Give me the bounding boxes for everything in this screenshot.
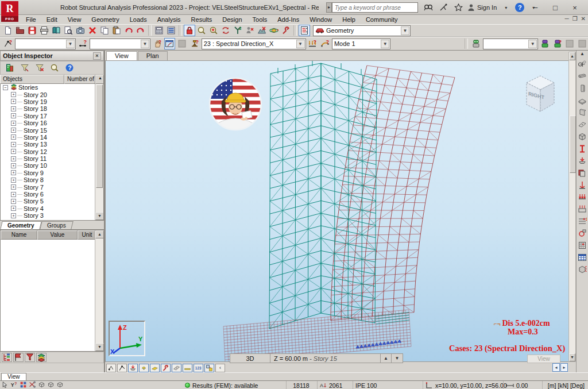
divide-bars-icon[interactable]: 2: [232, 25, 243, 36]
number-column-header[interactable]: Number of ...: [64, 75, 95, 84]
tree-node-story-13[interactable]: +—Story 13: [1, 141, 95, 148]
communication-center-icon[interactable]: [438, 2, 449, 13]
expand-icon[interactable]: +: [11, 199, 16, 204]
tree-node-story-7[interactable]: +—Story 7: [1, 183, 95, 190]
help-icon[interactable]: ?: [515, 3, 524, 12]
results-tables-icon[interactable]: [165, 25, 177, 36]
inspector-flag-icon[interactable]: [13, 353, 24, 362]
panel-close-icon[interactable]: ×: [93, 52, 101, 60]
expand-icon[interactable]: +: [11, 99, 16, 104]
strip-page-right-icon[interactable]: ▸: [560, 363, 568, 372]
level-down-icon[interactable]: ▼: [392, 354, 403, 363]
paste-icon[interactable]: [111, 25, 122, 36]
undo-icon[interactable]: [123, 25, 134, 36]
tree-node-story-16[interactable]: +—Story 16: [1, 120, 95, 126]
inspector-tab-groups[interactable]: Groups: [40, 221, 73, 229]
inspector-tree-view-icon[interactable]: [2, 353, 12, 362]
level-label[interactable]: Z = 60.00 m - Story 15: [270, 354, 381, 363]
wall-icon[interactable]: [577, 106, 588, 118]
new-icon[interactable]: [2, 25, 14, 36]
view-mode-label[interactable]: 3D: [230, 354, 270, 363]
tree-node-story-11[interactable]: +—Story 11: [1, 155, 95, 162]
property-value-header[interactable]: Value: [37, 230, 78, 240]
viewport-tab-plan[interactable]: Plan: [138, 51, 168, 60]
tree-node-story-9[interactable]: +—Story 9: [1, 170, 95, 176]
polyline-icon[interactable]: [577, 227, 588, 239]
expand-icon[interactable]: +: [11, 156, 16, 161]
tree-node-story-10[interactable]: +—Story 10: [1, 162, 95, 169]
expand-icon[interactable]: +: [11, 134, 16, 140]
story-add-icon[interactable]: +1: [577, 215, 588, 227]
structural-axis-icon[interactable]: [577, 239, 588, 251]
scroll-up-icon[interactable]: ▲: [95, 75, 104, 84]
solid-icon[interactable]: [577, 130, 588, 142]
favorites-star-icon[interactable]: [452, 2, 464, 13]
viewport-scrollbar[interactable]: ▲ ▼: [568, 52, 576, 362]
sb-cube2-icon[interactable]: [47, 381, 55, 389]
property-name-header[interactable]: Name: [1, 230, 37, 240]
expand-icon[interactable]: +: [11, 206, 16, 211]
chevron-down-icon[interactable]: ▼: [528, 40, 537, 48]
slab-load-icon[interactable]: [577, 203, 588, 215]
strip-panel-icon[interactable]: [172, 364, 181, 372]
chevron-down-icon[interactable]: ▼: [66, 40, 75, 48]
close-button[interactable]: ×: [565, 0, 585, 15]
sb-view-def-icon[interactable]: Y?: [10, 381, 18, 389]
tree-node-story-4[interactable]: +—Story 4: [1, 205, 95, 212]
mdi-window-controls[interactable]: ─❐✕: [565, 16, 586, 22]
expand-icon[interactable]: +: [11, 142, 16, 147]
strip-link-icon[interactable]: [204, 364, 214, 372]
tree-node-story-17[interactable]: +—Story 17: [1, 113, 95, 120]
viewport-scroll-down-icon[interactable]: ▼: [569, 353, 575, 361]
results-lock-icon[interactable]: [184, 25, 195, 36]
menu-results[interactable]: Results: [186, 15, 218, 24]
menu-window[interactable]: Window: [304, 15, 337, 24]
menu-loads[interactable]: Loads: [125, 15, 152, 24]
inspector-layers-icon[interactable]: [36, 353, 47, 362]
strip-node2-icon[interactable]: [117, 364, 127, 372]
expand-icon[interactable]: +: [11, 192, 16, 197]
screen-capture-icon[interactable]: [75, 25, 86, 36]
design-disabled-icon[interactable]: [564, 38, 576, 49]
level-up-icon[interactable]: ▲: [381, 354, 392, 363]
inspector-filter-building-icon[interactable]: [4, 62, 16, 74]
viewport-scroll-up-icon[interactable]: ▲: [569, 52, 575, 60]
node-load-icon[interactable]: [577, 179, 588, 191]
strip-support-icon[interactable]: [128, 364, 138, 372]
strip-beam-icon[interactable]: [183, 364, 192, 372]
chevron-down-icon[interactable]: ▼: [381, 40, 389, 48]
objects-column-header[interactable]: Objects: [0, 75, 64, 84]
support-icon[interactable]: [577, 155, 588, 167]
tree-node-story-3[interactable]: +—Story 3: [1, 212, 95, 219]
design-combobox[interactable]: ▼: [483, 38, 538, 49]
bar-selection-icon[interactable]: ?: [77, 38, 88, 49]
tree-node-story-12[interactable]: +—Story 12: [1, 148, 95, 155]
dynamic-view-icon[interactable]: [268, 25, 280, 36]
bar-load-icon[interactable]: [577, 191, 588, 203]
redo-icon[interactable]: [135, 25, 146, 36]
property-scroll-up-icon[interactable]: ▲: [95, 230, 104, 238]
robot-design-icon[interactable]: [539, 38, 551, 49]
strip-scroll-left-icon[interactable]: ‹: [215, 364, 225, 372]
slab-icon[interactable]: [577, 94, 588, 106]
sign-in-button[interactable]: Sign In: [467, 3, 497, 11]
tree-node-story-19[interactable]: +—Story 19: [1, 98, 95, 105]
model-canvas[interactable]: RIGHT Z Y X ⌐¬ Dis 5.e-002cm Max=0.3 Cas…: [105, 61, 576, 362]
tree-scrollbar[interactable]: ▼: [95, 84, 103, 220]
column-icon[interactable]: [577, 82, 588, 94]
expand-icon[interactable]: +: [11, 121, 16, 126]
tree-node-story-6[interactable]: +—Story 6: [1, 191, 95, 198]
inspector-tab-geometry[interactable]: Geometry: [0, 221, 41, 229]
tree-node-story-20[interactable]: +—Story 20: [1, 91, 95, 98]
tree-node-story-15[interactable]: +—Story 15: [1, 126, 95, 133]
layout-tab-view[interactable]: View: [1, 373, 26, 380]
calculations-icon[interactable]: [153, 25, 165, 36]
collapse-icon[interactable]: −: [3, 85, 8, 90]
expand-icon[interactable]: +: [11, 106, 16, 111]
view-manager-icon[interactable]: [51, 25, 62, 36]
search-expand-icon[interactable]: ▸: [326, 2, 332, 13]
bar-icon[interactable]: [577, 70, 588, 82]
axis-definition-icon[interactable]: [577, 58, 588, 70]
thickness-icon[interactable]: [577, 167, 588, 179]
menu-addins[interactable]: Add-Ins: [272, 15, 304, 24]
